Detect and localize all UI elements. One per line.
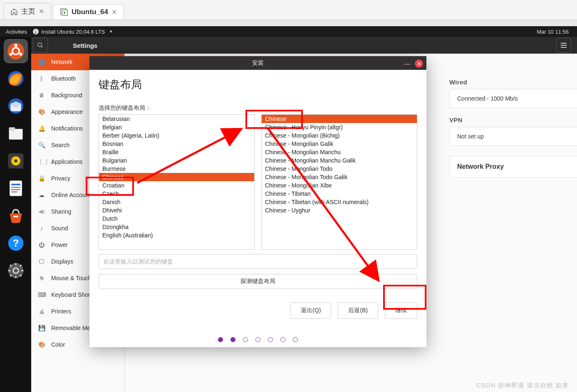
thunderbird-icon	[7, 97, 25, 115]
svg-rect-16	[11, 184, 20, 185]
category-icon: 🎨	[38, 341, 45, 348]
step-dot	[255, 337, 260, 342]
sidebar-item-label: Privacy	[51, 175, 70, 182]
svg-point-2	[38, 43, 42, 47]
list-item[interactable]: English (Australian)	[99, 231, 254, 239]
hamburger-icon	[560, 42, 567, 48]
install-indicator[interactable]: ⭣ Install Ubuntu 20.04.6 LTS ▼	[33, 29, 113, 35]
step-dot	[268, 337, 273, 342]
network-proxy-row[interactable]: Network Proxy	[449, 156, 577, 178]
svg-point-6	[9, 53, 12, 56]
category-icon: 🖥	[38, 92, 45, 99]
svg-point-5	[14, 44, 17, 47]
vpn-status: Not set up	[457, 133, 484, 140]
sidebar-item-label: Notifications	[51, 125, 83, 132]
close-icon[interactable]: ✕	[111, 8, 117, 16]
dock-files[interactable]	[4, 122, 27, 145]
annotation-box-right-top	[245, 110, 303, 129]
wired-card[interactable]: Connected - 1000 Mb/s	[449, 89, 577, 108]
sidebar-item-label: Applications	[51, 158, 83, 165]
clock[interactable]: Mar 10 11:56	[537, 29, 577, 35]
dock-thunderbird[interactable]	[4, 94, 27, 118]
svg-line-26	[268, 129, 379, 281]
dock-launcher[interactable]	[4, 39, 27, 63]
writer-icon	[7, 179, 25, 197]
category-icon: 💾	[38, 325, 45, 331]
home-icon	[10, 8, 18, 15]
step-dot	[218, 337, 223, 342]
gear-icon	[7, 261, 25, 280]
sidebar-item-label: Color	[51, 341, 65, 348]
software-icon	[7, 207, 25, 225]
annotation-arrow-1	[133, 121, 250, 187]
category-icon: 🖵	[38, 258, 45, 265]
sidebar-item-label: Search	[51, 142, 69, 148]
dock-libreoffice[interactable]	[4, 177, 27, 200]
category-icon: ☁	[38, 192, 45, 198]
svg-rect-18	[11, 189, 20, 190]
vm-tab-home[interactable]: 主页 ✕	[3, 3, 51, 20]
vm-play-icon	[60, 8, 68, 16]
annotation-box-left	[86, 177, 134, 196]
list-item[interactable]: Dzongkha	[99, 223, 254, 231]
search-icon	[37, 42, 44, 49]
category-icon: 🔔	[38, 125, 45, 132]
list-item[interactable]: Dutch	[99, 214, 254, 223]
dock-firefox[interactable]	[4, 67, 27, 90]
sidebar-item-label: Displays	[51, 258, 73, 265]
files-icon	[7, 124, 25, 143]
installer-heading: 键盘布局	[99, 77, 417, 92]
step-dot	[230, 337, 235, 342]
sidebar-item-label: Sound	[51, 225, 68, 232]
category-icon: ⌨	[38, 291, 45, 298]
svg-rect-15	[10, 181, 22, 196]
back-button[interactable]: 后退(B)	[338, 302, 378, 319]
category-icon: ≪	[38, 208, 45, 215]
list-item[interactable]: Danish	[99, 198, 254, 206]
step-dot	[280, 337, 285, 342]
ubuntu-logo-icon	[7, 42, 25, 60]
settings-header: Settings	[31, 37, 577, 54]
vm-tab-bar: 主页 ✕ Ubuntu_64 ✕	[0, 0, 577, 20]
hamburger-button[interactable]	[556, 38, 571, 53]
svg-rect-11	[9, 127, 15, 130]
category-icon: 🖱	[38, 275, 45, 281]
svg-rect-19	[11, 191, 17, 192]
minimize-icon[interactable]: —	[403, 59, 411, 68]
step-dot	[293, 337, 298, 342]
search-button[interactable]	[33, 38, 48, 53]
vm-tab-ubuntu[interactable]: Ubuntu_64 ✕	[53, 4, 124, 20]
category-icon: 🔒	[38, 175, 45, 182]
close-icon[interactable]: ✕	[415, 59, 423, 68]
wired-status: Connected - 1000 Mb/s	[457, 95, 518, 102]
sidebar-item-label: Power	[51, 242, 68, 248]
annotation-arrow-2	[260, 125, 385, 287]
wired-heading: Wired	[449, 79, 577, 86]
vpn-heading: VPN	[449, 116, 577, 123]
close-icon[interactable]: ✕	[39, 7, 44, 15]
vpn-card[interactable]: Not set up	[449, 127, 577, 146]
sidebar-item-label: Network	[51, 59, 72, 65]
dock-software[interactable]	[4, 204, 27, 227]
category-icon: ⏻	[38, 242, 45, 248]
dock-help[interactable]: ?	[4, 232, 27, 255]
category-icon: 🌐	[38, 59, 45, 65]
vm-tab-ubuntu-label: Ubuntu_64	[72, 8, 108, 16]
dock-settings[interactable]	[4, 259, 27, 282]
progress-dots	[99, 337, 417, 342]
vm-tab-home-label: 主页	[21, 7, 35, 16]
category-icon: ♪	[38, 225, 45, 232]
svg-rect-17	[11, 187, 20, 188]
installer-titlebar[interactable]: 安装 — ✕	[89, 56, 426, 70]
list-item[interactable]: Dhivehi	[99, 206, 254, 214]
category-icon: 🔍	[38, 142, 45, 148]
category-icon: 🎨	[38, 108, 45, 115]
sidebar-item-label: Printers	[51, 308, 71, 315]
category-icon: ⋮⋮⋮	[38, 158, 45, 165]
sidebar-item-label: Sharing	[51, 208, 71, 215]
activities-button[interactable]: Activities	[6, 29, 27, 35]
quit-button[interactable]: 退出(Q)	[290, 302, 331, 319]
ubuntu-dock: ?	[0, 37, 31, 392]
dock-rhythmbox[interactable]	[4, 149, 27, 173]
watermark: CSDN @神即道 道法自然 如来	[476, 382, 569, 390]
